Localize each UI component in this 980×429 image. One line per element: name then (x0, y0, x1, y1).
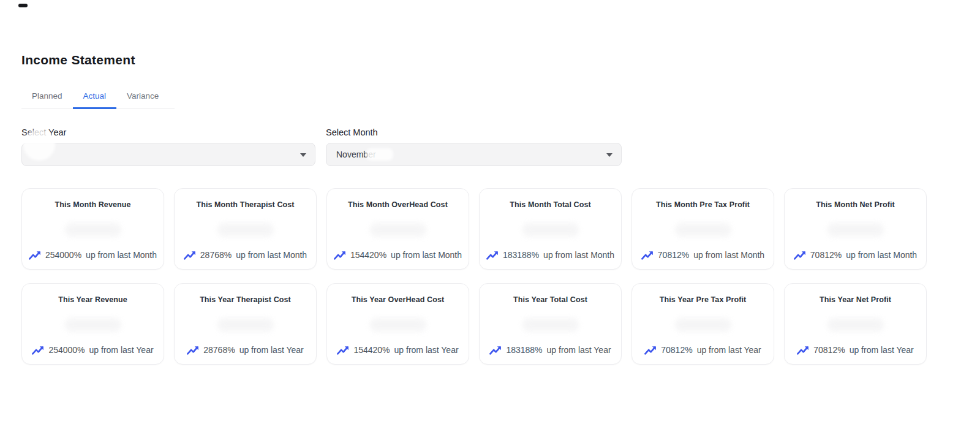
stat-card-change: 70812% up from last Year (797, 345, 913, 355)
stat-card-value-redacted (827, 318, 884, 332)
stat-card-value-redacted (65, 223, 121, 237)
stat-card-change: 28768% up from last Month (184, 250, 307, 260)
trending-up-icon (184, 251, 196, 260)
chevron-down-icon (606, 153, 612, 157)
stat-card-change: 183188% up from last Month (486, 250, 614, 260)
stat-change-percent: 70812% (810, 250, 842, 260)
stat-card-value-redacted (217, 318, 274, 332)
stat-card-change: 28768% up from last Year (187, 345, 303, 355)
month-select-value: November (336, 150, 376, 159)
stat-card-change: 154420% up from last Year (337, 345, 458, 355)
stat-card-change: 183188% up from last Year (489, 345, 611, 355)
page-title: Income Statement (21, 53, 135, 67)
stat-card-title: This Year Revenue (58, 295, 127, 304)
stat-card: This Month Total Cost 183188% up from la… (479, 188, 622, 270)
stat-change-text: up from last Month (236, 250, 307, 260)
stat-card-title: This Month Net Profit (816, 200, 894, 209)
trending-up-icon (29, 251, 41, 260)
stat-change-text: up from last Month (543, 250, 614, 260)
stat-change-percent: 28768% (203, 345, 235, 355)
tab-variance[interactable]: Variance (116, 85, 169, 109)
stat-card: This Year OverHead Cost 154420% up from … (326, 283, 469, 365)
stat-change-text: up from last Year (850, 345, 914, 355)
stat-card-title: This Year Total Cost (513, 295, 587, 304)
stat-card-value-redacted (522, 223, 579, 237)
stat-card-value-redacted (522, 318, 579, 332)
stat-change-text: up from last Month (391, 250, 462, 260)
stat-card-title: This Year Therapist Cost (200, 295, 291, 304)
stat-card-value-redacted (65, 318, 121, 332)
trending-up-icon (644, 346, 657, 355)
stat-card: This Year Net Profit 70812% up from last… (784, 283, 927, 365)
stat-change-percent: 183188% (503, 250, 539, 260)
stat-change-percent: 70812% (813, 345, 845, 355)
tab-actual[interactable]: Actual (73, 85, 117, 109)
stat-card-title: This Month Revenue (55, 200, 130, 209)
trending-up-icon (337, 346, 349, 355)
stat-card: This Month Net Profit 70812% up from las… (784, 188, 927, 270)
trending-up-icon (187, 346, 199, 355)
stat-card-value-redacted (675, 223, 731, 237)
stat-card-title: This Month Pre Tax Profit (656, 200, 750, 209)
tab-planned[interactable]: Planned (21, 85, 73, 109)
stat-card: This Year Pre Tax Profit 70812% up from … (631, 283, 774, 365)
stat-card-grid: This Month Revenue 254000% up from last … (21, 188, 927, 365)
stat-card-title: This Month Total Cost (510, 200, 590, 209)
stat-change-percent: 70812% (658, 250, 689, 260)
stat-change-percent: 254000% (48, 345, 85, 355)
stat-card: This Year Total Cost 183188% up from las… (479, 283, 622, 365)
stat-card-change: 70812% up from last Year (644, 345, 761, 355)
income-statement-page: Income Statement Planned Actual Variance… (0, 0, 980, 429)
trending-up-icon (797, 346, 809, 355)
year-select[interactable] (21, 143, 315, 166)
chevron-down-icon (300, 153, 306, 157)
stat-card-value-redacted (370, 223, 426, 237)
trending-up-icon (489, 346, 502, 355)
stat-card-title: This Month Therapist Cost (196, 200, 294, 209)
stat-change-percent: 28768% (200, 250, 232, 260)
month-select[interactable]: November (326, 143, 622, 166)
stat-card: This Month Therapist Cost 28768% up from… (174, 188, 317, 270)
stat-change-text: up from last Month (693, 250, 764, 260)
stat-card-change: 70812% up from last Month (794, 250, 917, 260)
stat-change-percent: 154420% (353, 345, 390, 355)
select-month-label: Select Month (326, 127, 378, 137)
stat-card-value-redacted (217, 223, 274, 237)
stat-card-change: 254000% up from last Month (29, 250, 157, 260)
top-left-mark (18, 4, 28, 7)
stat-card-change: 70812% up from last Month (641, 250, 764, 260)
stat-card-title: This Year Pre Tax Profit (660, 295, 747, 304)
stat-change-text: up from last Year (239, 345, 304, 355)
trending-up-icon (641, 251, 654, 260)
stat-change-text: up from last Year (394, 345, 459, 355)
stat-card-value-redacted (675, 318, 731, 332)
stat-change-percent: 70812% (661, 345, 692, 355)
tab-bar: Planned Actual Variance (21, 85, 175, 109)
stat-change-text: up from last Year (547, 345, 611, 355)
stat-change-percent: 154420% (350, 250, 386, 260)
stat-change-text: up from last Year (89, 345, 154, 355)
stat-change-text: up from last Month (846, 250, 917, 260)
trending-up-icon (486, 251, 499, 260)
stat-card-value-redacted (370, 318, 426, 332)
select-year-label: Select Year (21, 127, 66, 137)
stat-card-value-redacted (827, 223, 884, 237)
stat-card: This Month OverHead Cost 154420% up from… (326, 188, 469, 270)
stat-card: This Month Pre Tax Profit 70812% up from… (631, 188, 774, 270)
stat-card: This Month Revenue 254000% up from last … (21, 188, 164, 270)
stat-card: This Year Therapist Cost 28768% up from … (174, 283, 317, 365)
trending-up-icon (32, 346, 44, 355)
stat-card-title: This Month OverHead Cost (348, 200, 448, 209)
stat-change-text: up from last Month (86, 250, 157, 260)
stat-card-change: 154420% up from last Month (334, 250, 462, 260)
stat-card: This Year Revenue 254000% up from last Y… (21, 283, 164, 365)
stat-change-percent: 183188% (506, 345, 542, 355)
trending-up-icon (334, 251, 346, 260)
stat-card-title: This Year OverHead Cost (352, 295, 444, 304)
stat-card-change: 254000% up from last Year (32, 345, 153, 355)
stat-change-text: up from last Year (697, 345, 761, 355)
trending-up-icon (794, 251, 806, 260)
stat-change-percent: 254000% (45, 250, 81, 260)
stat-card-title: This Year Net Profit (820, 295, 891, 304)
